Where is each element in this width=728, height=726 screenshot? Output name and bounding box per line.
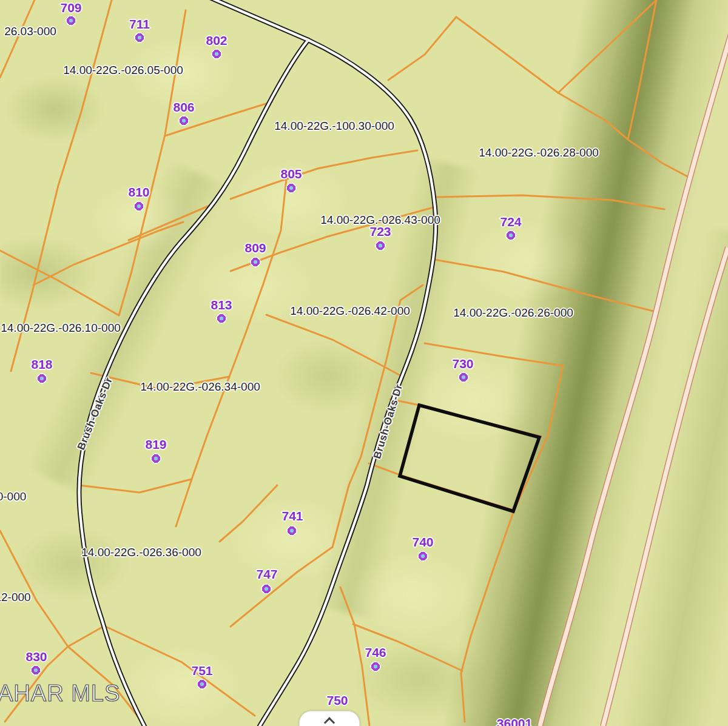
watermark: AHAR MLS [0, 681, 120, 707]
lot-number-label: 809 [244, 241, 266, 255]
lot-number-label: 740 [412, 535, 433, 550]
lot-number-label: 750 [326, 693, 348, 708]
parcel-id-label: 0-000 [0, 490, 26, 503]
lot-marker-dot[interactable] [36, 373, 47, 384]
parcel-id-label: 14.00-22G.-026.34-000 [140, 380, 260, 394]
lot-number-label: 746 [365, 645, 386, 660]
lot-marker-dot[interactable] [216, 313, 227, 324]
lot-number-label: 813 [211, 298, 232, 312]
lot-number-label: 723 [369, 224, 391, 239]
lot-marker-dot[interactable] [370, 661, 381, 672]
lot-marker-dot[interactable] [211, 49, 222, 59]
lot-number-label: 830 [25, 650, 47, 664]
lot-number-label: 36001 [497, 716, 532, 726]
parcel-id-label: 14.00-22G.-026.10-000 [1, 321, 121, 335]
lot-number-label: 747 [256, 567, 277, 582]
lot-number-label: 818 [31, 357, 52, 372]
lot-number-label: 810 [128, 185, 149, 200]
lot-number-label: 711 [129, 17, 150, 32]
lot-number-label: 741 [281, 509, 303, 523]
lot-number-label: 730 [452, 357, 473, 371]
lot-marker-dot[interactable] [150, 453, 161, 464]
lot-marker-dot[interactable] [178, 115, 189, 126]
parcel-id-label: 14.00-22G.-026.26-000 [453, 306, 573, 320]
lot-marker-dot[interactable] [375, 240, 386, 251]
lot-number-label: 802 [206, 33, 227, 48]
lot-number-label: 806 [173, 100, 194, 115]
lot-number-label: 805 [280, 167, 302, 181]
parcel-id-label: 14.00-22G.-100.30-000 [274, 119, 394, 133]
lot-marker-dot[interactable] [286, 183, 297, 193]
lot-marker-dot[interactable] [133, 201, 144, 212]
lot-marker-dot[interactable] [286, 525, 297, 536]
parcel-id-label: 12-000 [0, 591, 31, 604]
lot-marker-dot[interactable] [134, 32, 145, 43]
parcel-id-label: 14.00-22G.-026.42-000 [290, 304, 410, 318]
parcel-id-label: 14.00-22G.-026.36-000 [81, 546, 201, 559]
lot-marker-dot[interactable] [30, 665, 41, 676]
lot-number-label: 709 [60, 1, 81, 15]
parcel-id-label: 14.00-22G.-026.28-000 [479, 146, 599, 160]
map-linework [0, 0, 728, 726]
selected-parcel-outline[interactable] [400, 405, 539, 511]
expand-map-button[interactable] [299, 711, 360, 726]
lot-number-label: 751 [191, 664, 212, 678]
lot-marker-dot[interactable] [458, 372, 469, 383]
lot-marker-dot[interactable] [197, 679, 207, 690]
road-brush-oaks-dr [79, 0, 436, 726]
map-canvas[interactable]: 26.03-000 14.00-22G.-026.05-000 14.00-22… [0, 0, 728, 726]
lot-marker-dot[interactable] [250, 257, 261, 267]
lot-marker-dot[interactable] [261, 583, 272, 594]
parcel-id-label: 14.00-22G.-026.05-000 [63, 64, 183, 77]
lot-number-label: 819 [145, 437, 166, 452]
lot-marker-dot[interactable] [417, 551, 428, 562]
lot-number-label: 724 [500, 215, 521, 229]
lot-marker-dot[interactable] [505, 230, 516, 241]
chevron-up-icon [324, 717, 335, 726]
utility-corridor-lines [540, 32, 728, 726]
lot-marker-dot[interactable] [66, 15, 76, 26]
parcel-id-label: 26.03-000 [4, 25, 56, 38]
